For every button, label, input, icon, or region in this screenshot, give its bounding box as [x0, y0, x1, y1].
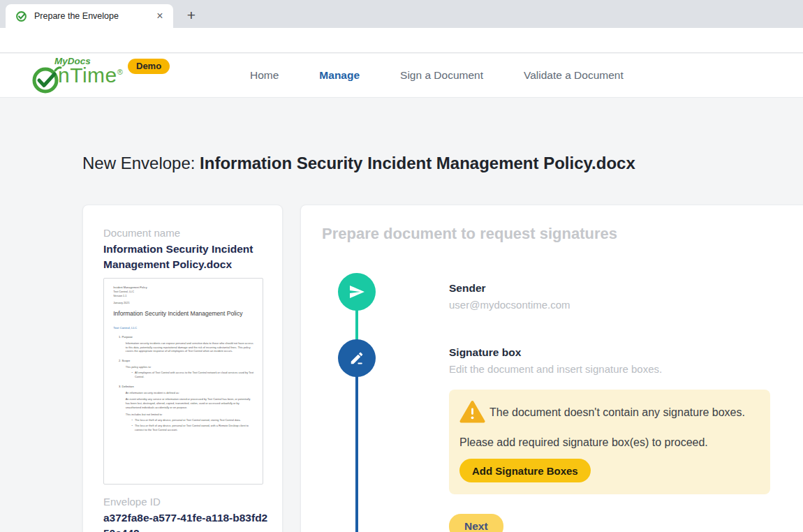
preview-bullet: The loss or theft of any device, persona… — [132, 418, 255, 422]
prepare-heading: Prepare document to request signatures — [322, 225, 617, 243]
demo-badge: Demo — [128, 59, 170, 74]
preview-paragraph: This policy applies to: — [126, 365, 255, 369]
preview-bullet: The loss or theft of any device, persona… — [132, 424, 255, 432]
page-title-prefix: New Envelope: — [82, 154, 200, 172]
warning-icon — [459, 400, 485, 424]
sender-email: user@mydocsontime.com — [449, 299, 570, 311]
preview-paragraph: An event whereby any service or informat… — [126, 398, 255, 410]
preview-section-heading: 1. Purpose — [119, 335, 255, 339]
browser-tab-strip: Prepare the Envelope × + — [0, 0, 803, 28]
screen: Prepare the Envelope × + esign.my — [0, 0, 803, 532]
send-icon — [348, 283, 365, 300]
nav-item-home[interactable]: Home — [250, 69, 279, 82]
warning-panel: The document doesn't contain any signatu… — [449, 390, 770, 494]
envelope-id-label: Envelope ID — [103, 496, 161, 508]
signature-title: Signature box — [449, 346, 662, 359]
document-card: Document name Information Security Incid… — [82, 205, 283, 532]
tab-close-button[interactable]: × — [154, 10, 166, 22]
browser-toolbar: esign.mydocsontime.com/envelope/create/a… — [0, 28, 803, 53]
preview-bullet: All employees of Text Control with acces… — [132, 371, 255, 379]
nav-item-sign-a-document[interactable]: Sign a Document — [400, 69, 483, 82]
document-name: Information Security Incident Management… — [103, 242, 267, 272]
preview-company: Text Control, LLC — [113, 326, 254, 330]
browser-tab[interactable]: Prepare the Envelope × — [6, 4, 173, 28]
main-nav: Home Manage Sign a Document Validate a D… — [250, 69, 624, 82]
sender-step-badge — [338, 273, 376, 311]
tab-title: Prepare the Envelope — [34, 11, 154, 21]
new-tab-button[interactable]: + — [182, 6, 201, 25]
logo-ontime-text: nTime® — [58, 64, 123, 87]
add-signature-boxes-button[interactable]: Add Signature Boxes — [459, 459, 591, 482]
signature-subtitle: Edit the document and insert signature b… — [449, 363, 662, 375]
document-preview-page: Incident Management Policy Text Control,… — [104, 279, 263, 439]
preview-paragraph: Information security incidents can expos… — [126, 341, 255, 353]
nav-item-manage[interactable]: Manage — [319, 69, 360, 82]
preview-section-heading: 2. Scope — [119, 359, 255, 362]
preview-date: January 2021 — [113, 302, 254, 304]
preview-title: Information Security Incident Management… — [113, 309, 254, 318]
document-name-label: Document name — [103, 227, 180, 239]
registered-mark: ® — [117, 68, 124, 76]
signature-step-badge — [338, 339, 376, 377]
page-title: New Envelope: Information Security Incid… — [82, 154, 635, 173]
next-button[interactable]: Next — [449, 514, 503, 532]
document-preview: Incident Management Policy Text Control,… — [103, 278, 263, 485]
preview-paragraph: This includes but not limited to: — [126, 413, 255, 417]
preview-paragraph: An information security incident is defi… — [126, 391, 255, 395]
timeline-connector-blue — [355, 358, 358, 532]
pencil-icon — [349, 350, 364, 366]
site-favicon-icon — [15, 10, 27, 22]
warning-message: The document doesn't contain any signatu… — [489, 406, 745, 419]
preview-section-heading: 3. Definition — [119, 385, 255, 388]
app-header: MyDocs nTime® Demo Home Manage Sign a Do… — [0, 54, 803, 98]
sender-step: Sender user@mydocsontime.com — [449, 282, 570, 311]
page-title-document: Information Security Incident Management… — [200, 154, 635, 172]
signature-step: Signature box Edit the document and inse… — [449, 346, 662, 375]
warning-instruction: Please add required signature box(es) to… — [459, 436, 708, 449]
sender-title: Sender — [449, 282, 570, 295]
prepare-card: Prepare document to request signatures S… — [300, 205, 803, 532]
preview-meta-line: Version 1.1 — [113, 294, 254, 298]
envelope-id: a372fa8e-a577-41fe-a118-b83fd250e442 — [103, 510, 271, 532]
nav-item-validate-a-document[interactable]: Validate a Document — [524, 69, 624, 82]
